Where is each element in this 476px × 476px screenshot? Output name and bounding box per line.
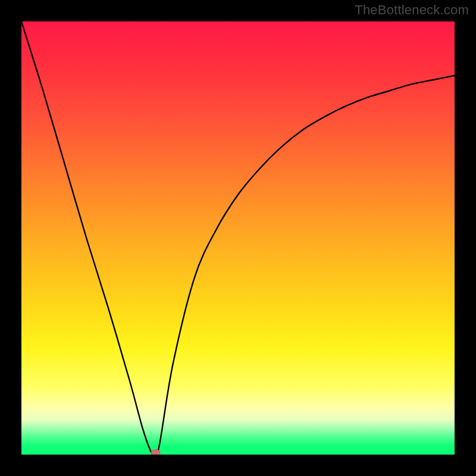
minimum-marker [151, 449, 161, 455]
plot-area [21, 21, 455, 455]
chart-frame: TheBottleneck.com [0, 0, 476, 476]
bottleneck-curve [21, 21, 455, 455]
curve-svg [21, 21, 455, 455]
watermark-text: TheBottleneck.com [355, 2, 469, 18]
